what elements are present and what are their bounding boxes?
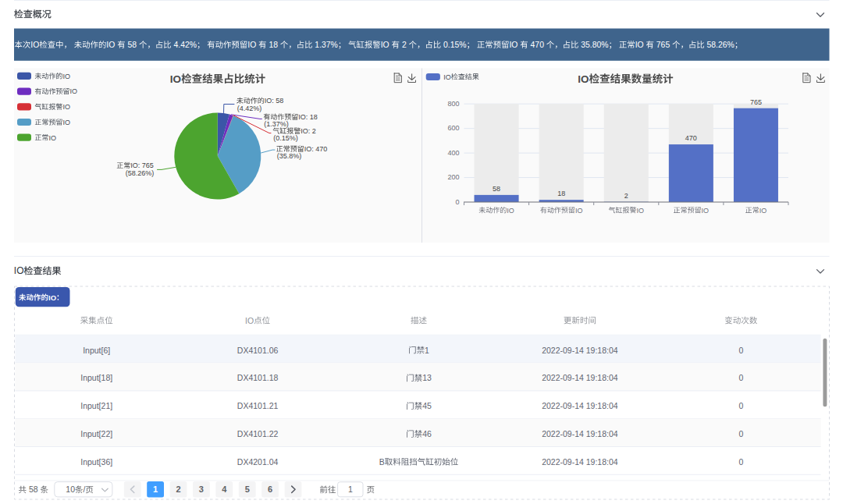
svg-text:400: 400 [447,149,459,157]
svg-text:DX4101.18: DX4101.18 [237,373,279,382]
svg-text:2: 2 [624,192,628,200]
svg-text:IO: IO [635,41,644,49]
svg-text:2022-09-14: 2022-09-14 [542,457,584,467]
svg-text:58: 58 [276,97,283,105]
svg-text:B: B [379,457,385,467]
svg-text:58: 58 [128,41,137,49]
svg-text:13: 13 [422,373,432,382]
svg-text:Input[36]: Input[36] [80,457,112,467]
svg-text:IO: IO [702,207,710,215]
svg-text:4: 4 [222,484,227,494]
svg-text:Input[6]: Input[6] [83,346,110,355]
svg-text:19:18:04: 19:18:04 [586,373,618,382]
svg-text:2022-09-14: 2022-09-14 [542,401,584,410]
svg-text:IO: IO [578,73,589,85]
svg-text:IO: IO [759,207,767,215]
svg-text:470: 470 [315,145,327,153]
svg-text:IO: IO [48,293,56,302]
svg-text:(58.26%): (58.26%) [126,169,155,177]
svg-text:45: 45 [422,401,432,410]
svg-text:2: 2 [176,484,180,494]
svg-text:0: 0 [738,429,743,438]
svg-text:IO: IO [637,207,645,215]
svg-text:1: 1 [425,346,429,355]
svg-text:IO: IO [509,41,518,49]
svg-text:IO: IO [507,207,514,215]
svg-text:4.42%: 4.42% [173,41,196,49]
svg-text:0: 0 [738,401,743,410]
svg-text:/: / [83,484,85,494]
svg-text:470: 470 [685,134,697,142]
svg-text:58: 58 [493,185,500,193]
svg-text:(0.15%): (0.15%) [273,134,298,142]
svg-text:19:18:04: 19:18:04 [586,346,618,355]
svg-text:(4.42%): (4.42%) [237,105,262,112]
svg-text:IO:: IO: [304,145,314,153]
svg-text:2022-09-14: 2022-09-14 [542,373,584,382]
svg-text:DX4101.21: DX4101.21 [237,401,279,410]
svg-text:600: 600 [447,124,459,132]
svg-text:2: 2 [312,127,316,135]
svg-text:IO: IO [62,119,70,126]
svg-text:18: 18 [310,113,318,121]
svg-text:19:18:04: 19:18:04 [586,401,618,410]
svg-text:IO: IO [575,207,583,215]
svg-text:19:18:04: 19:18:04 [586,429,618,438]
svg-text:200: 200 [447,173,459,181]
svg-text:Input[22]: Input[22] [80,429,112,438]
svg-text:470: 470 [531,41,545,49]
svg-text:IO: IO [69,87,77,95]
svg-text:0: 0 [738,373,743,382]
svg-text:1.37%: 1.37% [315,41,337,49]
svg-text:1: 1 [348,484,353,494]
svg-text:18: 18 [269,41,278,49]
svg-text:IO: IO [381,41,389,49]
svg-text:0: 0 [738,457,743,467]
svg-text:6: 6 [268,484,272,494]
svg-text:765: 765 [750,98,762,106]
svg-text:46: 46 [422,429,432,438]
svg-text:2: 2 [402,41,407,49]
svg-text:IO:: IO: [265,97,274,105]
svg-text:DX4101.22: DX4101.22 [237,429,279,438]
svg-text:2022-09-14: 2022-09-14 [542,429,584,438]
svg-text:IO: IO [245,316,254,325]
svg-text:Input[18]: Input[18] [80,373,112,382]
svg-text:765: 765 [656,41,670,49]
svg-text:IO: IO [14,265,24,276]
svg-text:IO:: IO: [301,127,310,135]
svg-text:(1.37%): (1.37%) [264,120,289,128]
svg-text:1: 1 [153,484,158,494]
svg-text:IO: IO [62,73,70,80]
svg-text:5: 5 [245,484,250,494]
svg-text:DX4101.06: DX4101.06 [237,346,279,355]
svg-text:IO: IO [247,41,256,49]
svg-text:IO: IO [48,134,56,142]
svg-text:IO: IO [30,41,39,49]
svg-text:(35.8%): (35.8%) [277,152,302,160]
svg-text:18: 18 [557,190,565,197]
svg-text:IO: IO [62,103,70,111]
svg-text:800: 800 [447,100,459,108]
svg-text:IO: IO [170,73,181,85]
svg-text:IO: IO [106,41,115,49]
svg-text:58: 58 [29,484,38,494]
svg-text:10: 10 [66,484,75,494]
svg-text:58.26%: 58.26% [707,41,735,49]
svg-text:IO: IO [443,73,451,81]
svg-text:3: 3 [199,484,204,494]
svg-text:35.80%: 35.80% [581,41,608,49]
svg-text:0: 0 [455,198,459,206]
svg-text:Input[21]: Input[21] [80,401,112,410]
svg-text:0.15%: 0.15% [443,41,466,49]
svg-text:IO:: IO: [298,113,308,121]
svg-text:0: 0 [738,346,743,355]
svg-text:19:18:04: 19:18:04 [586,457,618,467]
svg-text:2022-09-14: 2022-09-14 [542,346,584,355]
svg-text:DX4201.04: DX4201.04 [237,457,279,467]
